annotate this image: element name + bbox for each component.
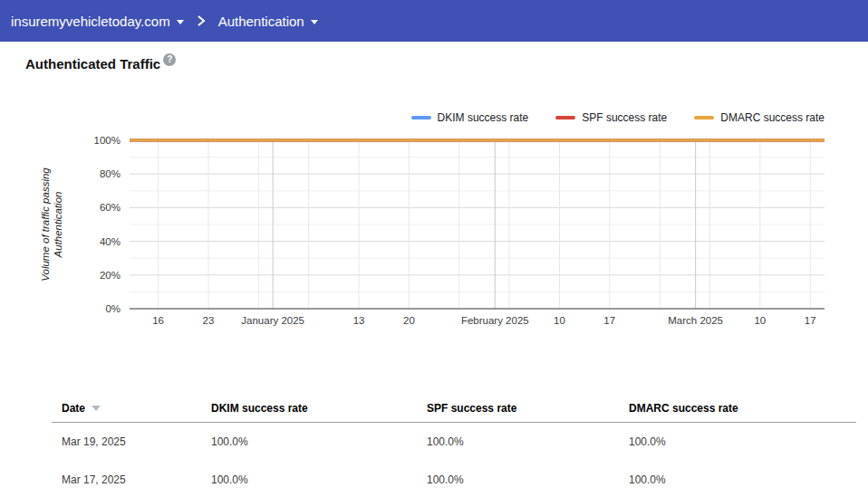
- x-axis-tick-label: March 2025: [668, 315, 723, 326]
- x-axis-tick-label: 10: [554, 315, 565, 326]
- table-header-label: SPF success rate: [427, 402, 516, 415]
- table-header-dkim-success-rate: DKIM success rate: [211, 402, 427, 415]
- x-axis-tick-label: January 2025: [241, 315, 304, 326]
- top-nav-bar: insuremyvehicletoday.com Authentication: [0, 0, 868, 42]
- x-axis-tick-label: 20: [403, 315, 415, 326]
- legend-swatch-icon: [411, 116, 431, 119]
- table-cell-value: 100.0%: [629, 435, 856, 448]
- domain-selector-label: insuremyvehicletoday.com: [11, 14, 170, 29]
- x-axis-tick-label: February 2025: [461, 315, 529, 326]
- y-axis-title: Volume of traffic passingAuthentication: [40, 167, 63, 282]
- legend-label: DKIM success rate: [438, 111, 529, 124]
- table-row: Mar 17, 2025100.0%100.0%100.0%: [52, 461, 856, 497]
- table-header-label: DKIM success rate: [211, 402, 308, 415]
- table-cell-value: 100.0%: [427, 473, 629, 486]
- table-cell-date: Mar 19, 2025: [52, 435, 211, 448]
- auth-rates-table: DateDKIM success rateSPF success rateDMA…: [52, 395, 856, 497]
- x-axis-tick-label: 17: [603, 315, 615, 326]
- legend-item-dkim: DKIM success rate: [411, 111, 529, 124]
- table-cell-value: 100.0%: [211, 473, 427, 486]
- y-axis-tick-label: 20%: [100, 270, 121, 281]
- legend-label: SPF success rate: [582, 111, 667, 124]
- x-axis-tick-label: 10: [754, 315, 766, 326]
- y-axis-tick-label: 80%: [100, 168, 121, 179]
- x-axis-tick-label: 23: [203, 315, 215, 326]
- legend-label: DMARC success rate: [720, 111, 825, 124]
- section-selector-label: Authentication: [218, 14, 304, 29]
- table-cell-value: 100.0%: [427, 435, 629, 448]
- legend-swatch-icon: [555, 116, 575, 119]
- table-header-date[interactable]: Date: [52, 402, 211, 415]
- y-axis-tick-label: 100%: [94, 135, 121, 146]
- authenticated-traffic-chart[interactable]: 1623January 20251320February 20251017Mar…: [0, 125, 868, 342]
- table-cell-value: 100.0%: [629, 473, 856, 486]
- table-header-dmarc-success-rate: DMARC success rate: [629, 402, 856, 415]
- section-selector[interactable]: Authentication: [213, 14, 323, 29]
- x-axis-tick-label: 13: [353, 315, 365, 326]
- table-header-label: Date: [62, 402, 85, 415]
- table-header-row: DateDKIM success rateSPF success rateDMA…: [52, 395, 856, 423]
- dropdown-caret-icon: [177, 20, 184, 24]
- page-title-row: Authenticated Traffic ?: [25, 56, 176, 72]
- y-axis-tick-label: 60%: [100, 202, 121, 213]
- table-cell-value: 100.0%: [211, 435, 427, 448]
- postmaster-tools-app: insuremyvehicletoday.com Authentication …: [0, 0, 868, 497]
- chart-legend: DKIM success rateSPF success rateDMARC s…: [411, 111, 825, 124]
- table-body: Mar 19, 2025100.0%100.0%100.0%Mar 17, 20…: [52, 423, 856, 497]
- sort-descending-icon: [92, 406, 101, 411]
- table-header-label: DMARC success rate: [629, 402, 738, 415]
- legend-swatch-icon: [694, 116, 714, 119]
- table-cell-date: Mar 17, 2025: [52, 473, 211, 486]
- page-title: Authenticated Traffic: [25, 56, 160, 72]
- y-axis-tick-label: 40%: [100, 236, 121, 247]
- table-header-spf-success-rate: SPF success rate: [427, 402, 629, 415]
- dropdown-caret-icon: [311, 20, 318, 24]
- legend-item-dmarc: DMARC success rate: [694, 111, 825, 124]
- x-axis-tick-label: 17: [805, 315, 816, 326]
- y-axis-tick-label: 0%: [105, 303, 121, 314]
- x-axis-tick-label: 16: [152, 315, 164, 326]
- breadcrumb-chevron-icon: [197, 14, 206, 27]
- legend-item-spf: SPF success rate: [555, 111, 667, 124]
- help-icon[interactable]: ?: [163, 53, 176, 66]
- domain-selector[interactable]: insuremyvehicletoday.com: [5, 14, 189, 29]
- table-row: Mar 19, 2025100.0%100.0%100.0%: [52, 423, 856, 461]
